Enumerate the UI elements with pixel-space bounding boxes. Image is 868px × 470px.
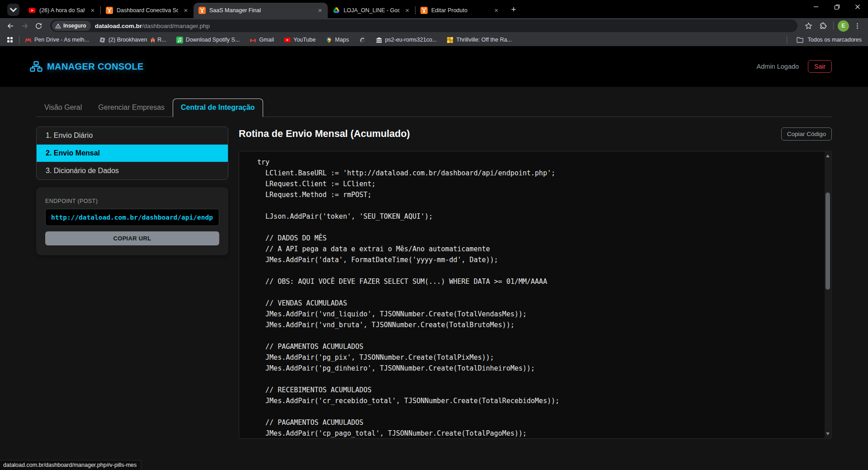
scroll-down-arrow-icon[interactable]	[825, 431, 831, 437]
folder-icon	[796, 36, 804, 44]
apps-grid-button[interactable]	[6, 36, 14, 43]
bookmark-label: YouTube	[293, 37, 316, 43]
bookmark-item[interactable]: (2) Brookhaven R...	[99, 37, 166, 43]
address-bar[interactable]: Inseguro dataload.com.br/dashboard/manag…	[50, 19, 797, 32]
browser-tab[interactable]: LOJA_ON_LINE - Google Drive×	[328, 3, 415, 18]
scrollbar-thumb[interactable]	[826, 193, 830, 290]
bookmark-star-button[interactable]	[802, 19, 815, 32]
building-icon	[376, 37, 382, 43]
app-title: MANAGER CONSOLE	[47, 61, 144, 72]
scroll-up-arrow-icon[interactable]	[825, 153, 831, 159]
bookmark-item[interactable]	[359, 37, 366, 43]
tab-title: SaaS Manager Final	[209, 7, 312, 14]
tab-close-icon[interactable]: ×	[182, 6, 190, 14]
status-bar: dataload.com.br/dashboard/manager.php#v-…	[0, 460, 141, 470]
browser-tab[interactable]: SaaS Manager Final×	[193, 3, 328, 18]
roblox-icon	[99, 37, 106, 43]
pill-item[interactable]: 2. Envio Mensal	[37, 145, 228, 162]
maps-icon	[326, 37, 332, 43]
bookmark-label: Download Spotify S...	[186, 37, 240, 43]
new-tab-button[interactable]: +	[507, 3, 520, 16]
bookmarks-divider	[787, 36, 787, 43]
security-chip[interactable]: Inseguro	[52, 21, 91, 31]
house-icon	[150, 37, 156, 43]
all-bookmarks[interactable]: Todos os marcadores	[787, 36, 862, 44]
reload-button[interactable]	[33, 20, 45, 32]
window-controls	[806, 0, 868, 14]
code-scrollbar[interactable]	[825, 152, 831, 438]
extensions-button[interactable]	[816, 19, 829, 32]
spotify-note-icon	[176, 37, 183, 43]
tab-close-icon[interactable]: ×	[403, 6, 411, 14]
tab-gerenciar-empresas[interactable]: Gerenciar Empresas	[90, 99, 173, 117]
warning-icon	[55, 23, 61, 29]
copy-code-button[interactable]: Copiar Código	[781, 127, 832, 141]
browser-tab[interactable]: Editar Produto×	[415, 3, 504, 18]
globe-icon	[359, 37, 366, 43]
bookmark-item[interactable]: YouTube	[284, 37, 316, 43]
restore-icon	[834, 4, 840, 10]
browser-tab[interactable]: (26) A hora do Salvador / Voz d×	[24, 3, 100, 18]
tab-close-icon[interactable]: ×	[492, 6, 500, 14]
browser-tab[interactable]: Dashboard Conectiva Software×	[101, 3, 193, 18]
user-status: Admin Logado	[757, 63, 799, 70]
bookmark-item[interactable]: Gmail	[250, 37, 274, 43]
pill-item[interactable]: 1. Envio Diário	[37, 127, 228, 145]
bookmark-label: ps2-eu-roms321co...	[385, 37, 437, 43]
app-brand[interactable]: MANAGER CONSOLE	[30, 61, 144, 72]
youtube-icon	[284, 37, 291, 43]
tiles-icon	[447, 37, 453, 43]
copy-url-button[interactable]: COPIAR URL	[45, 231, 219, 245]
pendrive-m-icon	[25, 37, 32, 43]
tab-title: (26) A hora do Salvador / Voz d	[39, 7, 85, 14]
integration-menu: 1. Envio Diário2. Envio Mensal3. Dicioná…	[36, 127, 228, 180]
forward-button[interactable]	[19, 20, 31, 32]
profile-avatar[interactable]: E	[838, 20, 849, 32]
apps-grid-icon	[6, 36, 14, 43]
bookmark-label: Maps	[335, 37, 349, 43]
bookmark-item[interactable]: Maps	[326, 37, 349, 43]
tab-search-button[interactable]	[7, 4, 19, 16]
security-label: Inseguro	[63, 23, 86, 29]
tab-close-icon[interactable]: ×	[89, 6, 97, 14]
minimize-icon	[813, 4, 819, 9]
tab-strip: (26) A hora do Salvador / Voz d×Dashboar…	[24, 0, 504, 18]
tab-visao-geral[interactable]: Visão Geral	[36, 99, 90, 117]
all-bookmarks-label: Todos os marcadores	[807, 37, 862, 43]
puzzle-icon	[819, 22, 827, 30]
browser-toolbar: Inseguro dataload.com.br/dashboard/manag…	[0, 18, 868, 33]
bookmark-label: Gmail	[259, 37, 274, 43]
sitemap-icon	[30, 61, 42, 72]
code-block: try LClient.BaseURL := 'http://dataload.…	[239, 151, 832, 439]
bookmarks-bar: Pen Drive - As melh...(2) Brookhaven R..…	[0, 33, 868, 46]
drive-icon	[333, 7, 340, 14]
bookmark-item[interactable]: Thrillville: Off the Ra...	[447, 37, 512, 43]
close-window-button[interactable]	[847, 0, 868, 14]
chevron-down-icon	[7, 4, 19, 16]
tab-central-integracao[interactable]: Central de Integração	[173, 99, 263, 117]
restore-button[interactable]	[826, 0, 847, 14]
xampp-icon	[420, 7, 428, 14]
url-path: /dashboard/manager.php	[142, 23, 210, 29]
bookmark-item[interactable]: Download Spotify S...	[176, 37, 240, 43]
endpoint-input[interactable]	[45, 209, 219, 226]
reload-icon	[35, 22, 42, 30]
tab-close-icon[interactable]: ×	[316, 6, 324, 14]
bookmark-item[interactable]: ps2-eu-roms321co...	[376, 37, 437, 43]
close-icon	[855, 4, 860, 9]
minimize-button[interactable]	[806, 0, 826, 14]
endpoint-label: ENDPOINT (POST)	[45, 198, 219, 204]
url-text: dataload.com.br/dashboard/manager.php	[95, 23, 210, 29]
browser-menu-button[interactable]	[851, 19, 863, 32]
tab-title: Dashboard Conectiva Software	[117, 7, 178, 14]
bookmark-label: Pen Drive - As melh...	[34, 37, 89, 43]
pill-item[interactable]: 3. Dicionário de Dados	[37, 162, 228, 179]
page-content: MANAGER CONSOLE Admin Logado Sair Visão …	[0, 46, 868, 470]
bookmark-item[interactable]: Pen Drive - As melh...	[25, 37, 89, 43]
app-header: MANAGER CONSOLE Admin Logado Sair	[0, 46, 868, 87]
back-arrow-icon	[7, 22, 14, 30]
logout-button[interactable]: Sair	[808, 60, 832, 73]
tab-title: LOJA_ON_LINE - Google Drive	[344, 7, 400, 14]
back-button[interactable]	[5, 20, 17, 32]
endpoint-card: ENDPOINT (POST) COPIAR URL	[36, 187, 228, 255]
